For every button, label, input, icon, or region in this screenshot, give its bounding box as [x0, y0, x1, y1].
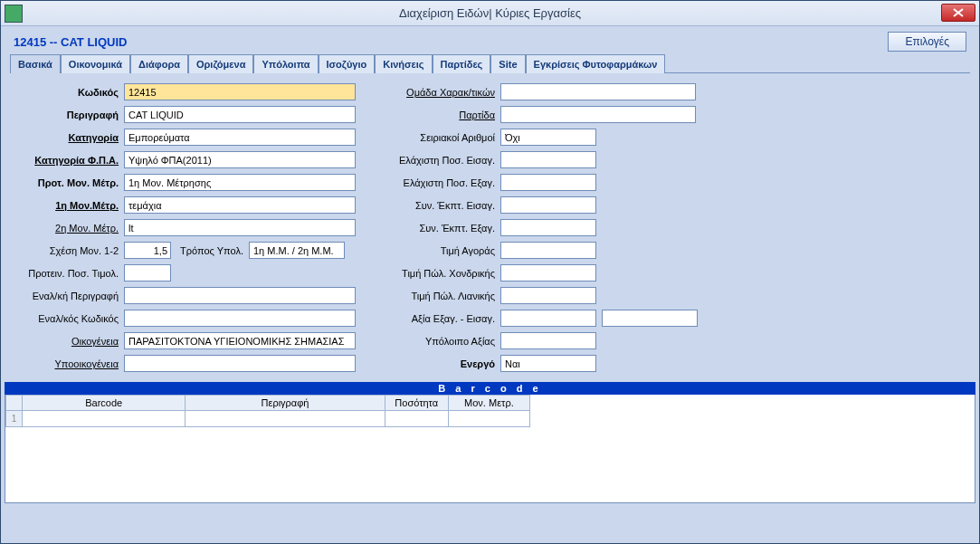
tabstrip: Βασικά Οικονομικά Διάφορα Οριζόμενα Υπόλ…	[10, 53, 970, 73]
tab-site[interactable]: Site	[490, 54, 525, 73]
subfamily-label: Υποοικογένεια	[10, 358, 124, 369]
minimp-field[interactable]	[500, 151, 596, 168]
wholesale-field[interactable]	[500, 264, 596, 282]
balval-field[interactable]	[500, 332, 596, 349]
uom1-label: 1η Μον.Μέτρ.	[10, 200, 124, 211]
tab-misc[interactable]: Διάφορα	[130, 54, 188, 73]
active-label: Ενεργό	[383, 358, 500, 369]
discexp-field[interactable]	[500, 219, 596, 236]
calc-field[interactable]	[249, 242, 345, 259]
code-field[interactable]	[124, 83, 356, 100]
lot-label: Παρτίδα	[383, 110, 500, 120]
calc-label: Τρόπος Υπολ.	[171, 245, 249, 256]
close-icon	[953, 8, 964, 17]
window-title: Διαχείριση Ειδών| Κύριες Εργασίες	[399, 6, 581, 20]
rel-field[interactable]	[124, 242, 171, 259]
form-area: Κωδικός Περιγραφή Κατηγορία Κατηγορία Φ.…	[1, 73, 979, 378]
tab-basic[interactable]: Βασικά	[10, 54, 61, 73]
cell-uom[interactable]	[448, 411, 529, 427]
cat-label: Κατηγορία	[10, 132, 124, 143]
tab-approvals[interactable]: Εγκρίσεις Φυτοφαρμάκων	[526, 54, 666, 73]
family-label: Οικογένεια	[10, 336, 124, 347]
app-window: Διαχείριση Ειδών| Κύριες Εργασίες 12415 …	[0, 0, 980, 544]
close-button[interactable]	[941, 4, 975, 22]
retail-label: Τιμή Πώλ. Λιανικής	[383, 291, 500, 301]
tab-lots[interactable]: Παρτίδες	[433, 54, 491, 73]
cell-desc[interactable]	[186, 411, 385, 427]
vatcat-field[interactable]	[124, 151, 356, 168]
uom2-label: 2η Μον. Μέτρ.	[10, 223, 124, 234]
right-column: Ομάδα Χαρακ/τικών Παρτίδα Σειριακοί Αριθ…	[383, 81, 698, 375]
rel-label: Σχέση Μον. 1-2	[10, 245, 124, 256]
tab-balances[interactable]: Υπόλοιπα	[253, 54, 318, 73]
cell-barcode[interactable]	[23, 411, 186, 427]
active-field[interactable]	[500, 355, 596, 372]
expimpval-label: Αξία Εξαγ. - Εισαγ.	[383, 313, 500, 324]
expimpval2-field[interactable]	[602, 310, 698, 327]
vatcat-label: Κατηγορία Φ.Π.Α.	[10, 155, 124, 166]
tab-financial[interactable]: Οικονομικά	[61, 54, 130, 73]
minexp-label: Ελάχιστη Ποσ. Εξαγ.	[383, 177, 500, 188]
sugqty-label: Προτειν. Ποσ. Τιμολ.	[10, 268, 124, 279]
code-label: Κωδικός	[10, 87, 124, 98]
barcode-grid[interactable]: Barcode Περιγραφή Ποσότητα Μον. Μετρ. 1	[5, 395, 975, 503]
family-field[interactable]	[124, 332, 356, 349]
buyprice-label: Τιμή Αγοράς	[383, 245, 500, 256]
options-button[interactable]: Επιλογές	[888, 32, 966, 52]
header-row: 12415 -- CAT LIQUID Επιλογές	[1, 26, 979, 53]
minimp-label: Ελάχιστη Ποσ. Εισαγ.	[383, 155, 500, 166]
desc-label: Περιγραφή	[10, 110, 124, 120]
barcode-header: B a r c o d e	[5, 382, 975, 395]
altdesc-label: Εναλ/κή Περιγραφή	[10, 291, 124, 301]
chargrp-label: Ομάδα Χαρακ/τικών	[383, 87, 500, 98]
puom-label: Προτ. Μον. Μέτρ.	[10, 177, 124, 188]
col-barcode[interactable]: Barcode	[23, 396, 186, 411]
uom2-field[interactable]	[124, 219, 356, 236]
altdesc-field[interactable]	[124, 287, 356, 304]
left-column: Κωδικός Περιγραφή Κατηγορία Κατηγορία Φ.…	[10, 81, 356, 375]
expimpval-field[interactable]	[500, 310, 596, 327]
subfamily-field[interactable]	[124, 355, 356, 372]
item-title: 12415 -- CAT LIQUID	[14, 35, 127, 49]
cell-qty[interactable]	[385, 411, 448, 427]
col-uom[interactable]: Μον. Μετρ.	[448, 396, 529, 411]
serial-field[interactable]	[500, 129, 596, 146]
serial-label: Σειριακοί Αριθμοί	[383, 132, 500, 143]
uom1-field[interactable]	[124, 196, 356, 214]
table-row[interactable]: 1	[6, 411, 530, 427]
col-qty[interactable]: Ποσότητα	[385, 396, 448, 411]
desc-field[interactable]	[124, 106, 356, 123]
sugqty-field[interactable]	[124, 264, 171, 282]
app-icon	[5, 5, 23, 23]
altcode-label: Εναλ/κός Κωδικός	[10, 313, 124, 324]
lot-field[interactable]	[500, 106, 696, 123]
buyprice-field[interactable]	[500, 242, 596, 259]
wholesale-label: Τιμή Πώλ. Χονδρικής	[383, 268, 500, 279]
balval-label: Υπόλοιπο Αξίας	[383, 336, 500, 347]
retail-field[interactable]	[500, 287, 596, 304]
tab-custom[interactable]: Οριζόμενα	[188, 54, 253, 73]
chargrp-field[interactable]	[500, 83, 696, 100]
puom-field[interactable]	[124, 174, 356, 191]
col-desc[interactable]: Περιγραφή	[186, 396, 385, 411]
rownum-header	[6, 396, 23, 411]
altcode-field[interactable]	[124, 310, 356, 327]
discimp-label: Συν. Έκπτ. Εισαγ.	[383, 200, 500, 211]
cat-field[interactable]	[124, 129, 356, 146]
rownum-cell: 1	[6, 411, 23, 427]
titlebar: Διαχείριση Ειδών| Κύριες Εργασίες	[1, 1, 979, 26]
discimp-field[interactable]	[500, 196, 596, 214]
tab-ledger[interactable]: Ισοζύγιο	[319, 54, 376, 73]
minexp-field[interactable]	[500, 174, 596, 191]
tab-moves[interactable]: Κινήσεις	[375, 54, 432, 73]
discexp-label: Συν. Έκπτ. Εξαγ.	[383, 223, 500, 234]
